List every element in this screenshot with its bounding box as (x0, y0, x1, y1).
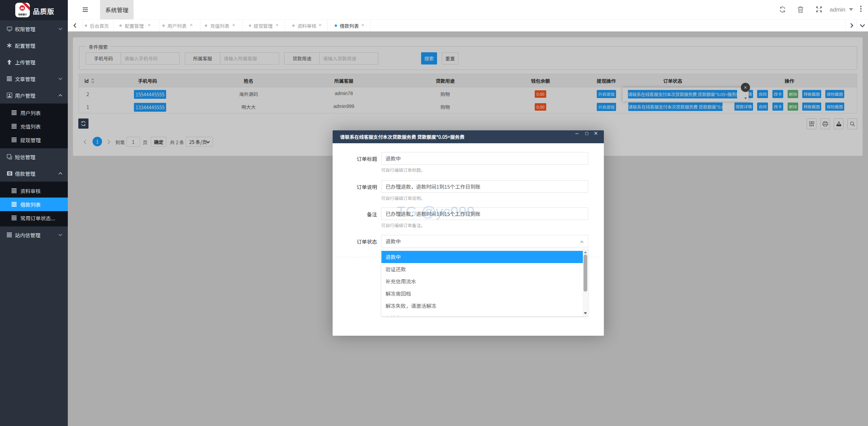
svg-text:招商银行: 招商银行 (18, 13, 27, 16)
svg-text:0: 0 (9, 171, 11, 175)
